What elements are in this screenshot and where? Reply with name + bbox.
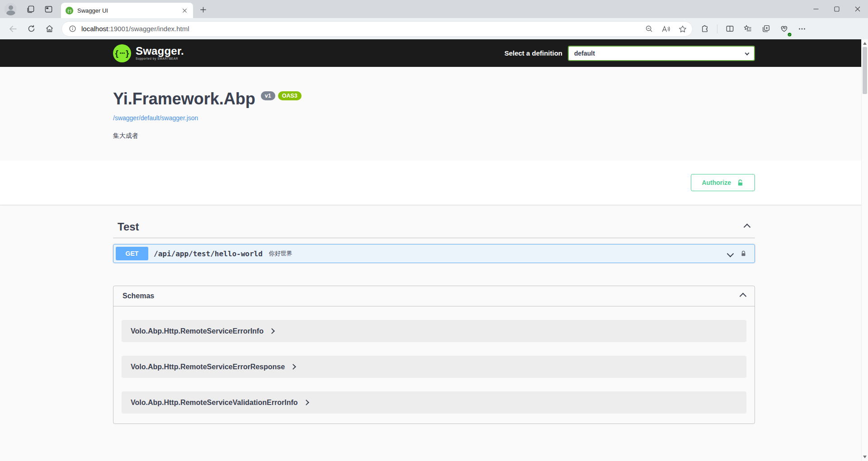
browser-tab-swagger-ui[interactable]: {··} Swagger UI <box>61 3 193 18</box>
swagger-favicon-icon: {··} <box>66 7 73 14</box>
scrollbar-thumb[interactable] <box>863 47 867 94</box>
back-icon[interactable] <box>5 21 21 37</box>
window-maximize-button[interactable] <box>826 0 847 18</box>
vertical-scrollbar[interactable] <box>861 39 868 461</box>
zoom-out-icon[interactable] <box>645 25 653 33</box>
api-description: 集大成者 <box>113 132 755 140</box>
browser-essentials-icon[interactable] <box>776 21 792 37</box>
tag-header-test[interactable]: Test <box>113 216 755 238</box>
tab-title: Swagger UI <box>77 7 176 14</box>
refresh-icon[interactable] <box>24 21 39 37</box>
version-badge: v1 <box>261 91 275 100</box>
opblock-get-hello-world: GET /api/app/test/hello-world 你好世界 <box>113 244 755 263</box>
tab-close-icon[interactable] <box>180 6 189 14</box>
authorize-label: Authorize <box>702 179 731 186</box>
model-title: Volo.Abp.Http.RemoteServiceErrorInfo <box>131 327 264 335</box>
operation-path[interactable]: /api/app/test/hello-world <box>154 249 263 258</box>
essentials-status-dot <box>788 33 792 37</box>
url-text[interactable]: localhost:19001/swagger/index.html <box>81 25 189 33</box>
chevron-down-icon <box>745 51 750 56</box>
browser-tab-bar: {··} Swagger UI <box>0 0 868 18</box>
address-bar[interactable]: localhost:19001/swagger/index.html <box>61 21 693 37</box>
model-row-remote-service-validation-error-info[interactable]: Volo.Abp.Http.RemoteServiceValidationErr… <box>122 391 746 414</box>
authorize-button[interactable]: Authorize <box>691 174 755 191</box>
swagger-topbar: {} Swagger. Supported by SMARTBEAR Selec… <box>0 39 868 67</box>
chevron-right-icon <box>290 364 296 370</box>
home-icon[interactable] <box>42 21 57 37</box>
expand-chevron-down-icon[interactable] <box>727 250 734 258</box>
extensions-icon[interactable] <box>697 21 712 37</box>
vertical-tabs-icon[interactable] <box>44 5 53 14</box>
model-row-remote-service-error-response[interactable]: Volo.Abp.Http.RemoteServiceErrorResponse <box>122 356 746 378</box>
workspaces-icon[interactable] <box>26 5 35 14</box>
swagger-logo: {} Swagger. Supported by SMARTBEAR <box>113 44 184 62</box>
tag-name: Test <box>118 221 139 233</box>
definition-selected-value: default <box>574 50 745 57</box>
http-method-badge: GET <box>116 247 148 260</box>
collections-icon[interactable] <box>758 21 774 37</box>
page-content: {} Swagger. Supported by SMARTBEAR Selec… <box>0 39 868 461</box>
scroll-down-arrow-icon[interactable] <box>863 456 867 458</box>
swagger-wordmark-sub: Supported by SMARTBEAR <box>136 57 184 61</box>
info-section: Yi.Framework.Abp v1 OAS3 /swagger/defaul… <box>0 67 868 160</box>
model-row-remote-service-error-info[interactable]: Volo.Abp.Http.RemoteServiceErrorInfo <box>122 320 746 342</box>
schemas-title: Schemas <box>123 292 154 300</box>
schemas-collapse-chevron-up-icon[interactable] <box>740 293 747 300</box>
swagger-wordmark: Swagger. <box>136 46 184 56</box>
scroll-up-arrow-icon[interactable] <box>863 42 867 45</box>
lock-icon[interactable] <box>740 250 747 257</box>
window-close-button[interactable] <box>847 0 868 18</box>
oas3-badge: OAS3 <box>278 91 302 100</box>
definition-select-label: Select a definition <box>505 49 562 57</box>
tabbar-left-icons <box>0 0 53 18</box>
chevron-right-icon <box>269 329 275 334</box>
browser-toolbar: localhost:19001/swagger/index.html <box>0 18 868 39</box>
profile-avatar[interactable] <box>5 3 17 15</box>
page-title: Yi.Framework.Abp <box>113 89 255 108</box>
schemas-header[interactable]: Schemas <box>113 286 755 306</box>
model-title: Volo.Abp.Http.RemoteServiceErrorResponse <box>131 363 285 371</box>
spec-json-link[interactable]: /swagger/default/swagger.json <box>113 114 198 122</box>
new-tab-button[interactable] <box>197 3 209 16</box>
operation-summary: 你好世界 <box>269 249 292 258</box>
favorite-star-icon[interactable] <box>679 25 687 33</box>
definition-select[interactable]: default <box>568 46 755 61</box>
url-host: localhost <box>81 25 108 33</box>
window-minimize-button[interactable] <box>806 0 826 18</box>
unlock-icon <box>736 179 744 187</box>
schemas-section: Schemas Volo.Abp.Http.RemoteServiceError… <box>104 286 764 442</box>
scheme-container: Authorize <box>0 160 868 205</box>
swagger-logo-icon: {} <box>113 44 131 62</box>
model-title: Volo.Abp.Http.RemoteServiceValidationErr… <box>131 399 298 407</box>
toolbar-divider <box>717 24 717 33</box>
operation-summary-row[interactable]: GET /api/app/test/hello-world 你好世界 <box>113 245 755 263</box>
site-info-icon[interactable] <box>67 24 77 34</box>
window-controls <box>806 0 868 18</box>
split-screen-icon[interactable] <box>722 21 737 37</box>
chevron-right-icon <box>303 400 309 406</box>
url-path: :19001/swagger/index.html <box>108 25 189 33</box>
settings-more-icon[interactable] <box>794 21 810 37</box>
operations-section: Test GET /api/app/test/hello-world 你好世界 <box>104 216 764 263</box>
collapse-chevron-up-icon[interactable] <box>744 224 751 231</box>
address-right-icons <box>645 25 687 33</box>
favorites-icon[interactable] <box>740 21 755 37</box>
read-aloud-icon[interactable] <box>661 25 670 33</box>
